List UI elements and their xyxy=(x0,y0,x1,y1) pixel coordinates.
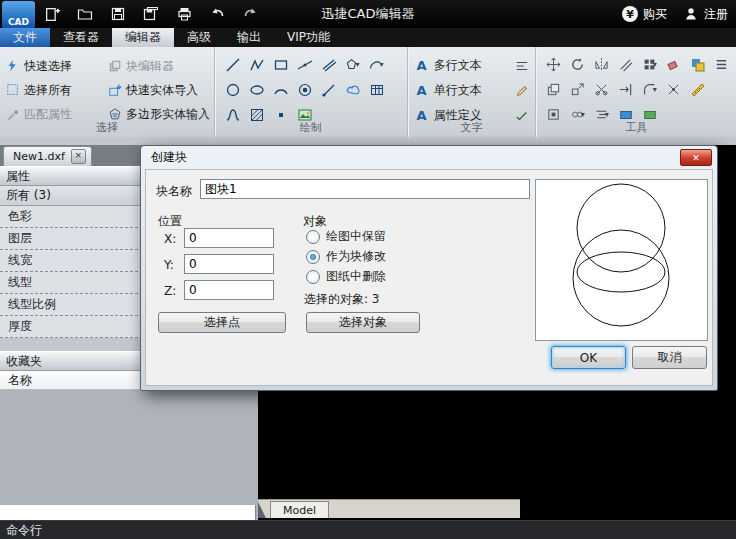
radio-convert-to-block[interactable]: 作为块修改 xyxy=(306,248,386,265)
menu-vip[interactable]: VIP功能 xyxy=(274,28,343,47)
dialog-title: 创建块 xyxy=(151,149,187,166)
tools-group-label: 工具 xyxy=(536,120,736,135)
polygon-tool-dropdown[interactable]: ▾ xyxy=(341,54,364,75)
layers-icon[interactable] xyxy=(686,54,709,75)
menu-viewer[interactable]: 查看器 xyxy=(50,28,112,47)
menu-editor[interactable]: 编辑器 xyxy=(112,28,174,47)
block-name-input[interactable] xyxy=(200,179,530,199)
open-file-button[interactable] xyxy=(73,3,97,25)
rectangle-icon[interactable] xyxy=(269,54,292,75)
command-line-bar[interactable]: 命令行 xyxy=(0,520,736,539)
yen-icon: ¥ xyxy=(622,6,638,22)
x-input[interactable] xyxy=(184,228,274,248)
register-button[interactable]: 注册 xyxy=(683,6,728,23)
app-logo-text: CAD xyxy=(8,17,29,27)
layout-strip-notch xyxy=(258,502,266,518)
arc-icon[interactable] xyxy=(269,79,292,100)
dropdown-icon: ▾ xyxy=(581,110,585,119)
ribbon-bottom-strip xyxy=(0,137,736,145)
text-align-icon[interactable] xyxy=(515,59,529,73)
dialog-close-button[interactable]: ✕ xyxy=(680,149,712,166)
ray-icon[interactable] xyxy=(317,79,340,100)
menu-file[interactable]: 文件 xyxy=(0,28,50,47)
mirror-icon[interactable] xyxy=(590,54,613,75)
offset-icon[interactable] xyxy=(614,54,637,75)
donut-icon[interactable] xyxy=(293,79,316,100)
tab-close-icon[interactable]: × xyxy=(71,149,86,164)
ok-button[interactable]: OK xyxy=(551,346,626,369)
construction-line-icon[interactable] xyxy=(293,54,316,75)
user-icon xyxy=(683,6,699,22)
document-tab[interactable]: New1.dxf × xyxy=(3,146,92,166)
polyline-icon[interactable] xyxy=(245,54,268,75)
ellipse-icon[interactable] xyxy=(245,79,268,100)
multiline-text-button[interactable]: A 多行文本 xyxy=(414,53,534,78)
close-icon: ✕ xyxy=(692,153,700,163)
menu-output[interactable]: 输出 xyxy=(224,28,274,47)
ribbon-group-text: A 多行文本 A 单行文本 A 属性定义 xyxy=(408,47,537,137)
radio-unchecked-icon xyxy=(306,230,320,244)
move-icon[interactable] xyxy=(542,54,565,75)
fillet-dropdown[interactable]: ▾ xyxy=(638,79,661,100)
favorites-list-area[interactable] xyxy=(0,505,256,520)
list-view-icon[interactable] xyxy=(710,54,733,75)
open-folder-icon xyxy=(76,6,94,22)
save-as-button[interactable] xyxy=(139,3,163,25)
model-tab[interactable]: Model xyxy=(270,501,329,518)
extend-icon[interactable] xyxy=(614,79,637,100)
redo-button[interactable] xyxy=(238,3,262,25)
menu-advanced[interactable]: 高级 xyxy=(174,28,224,47)
dialog-body: 块名称 位置 X: Y: Z: 选择点 对象 绘图中保留 xyxy=(145,169,713,386)
command-line-label: 命令行 xyxy=(6,522,42,539)
circle-icon[interactable] xyxy=(221,79,244,100)
x-label: X: xyxy=(164,232,176,246)
block-editor-button[interactable]: 块编辑器 xyxy=(106,54,216,78)
measure-icon[interactable] xyxy=(686,79,709,100)
copy-icon[interactable] xyxy=(542,79,565,100)
new-file-button[interactable] xyxy=(40,3,64,25)
selected-objects-count: 选择的对象: 3 xyxy=(304,291,380,308)
scale-icon[interactable] xyxy=(566,79,589,100)
select-all-button[interactable]: 选择所有 xyxy=(4,78,106,102)
ribbon-group-draw: ▾ ▾ 绘制 xyxy=(215,47,408,137)
trim-icon[interactable] xyxy=(590,79,613,100)
quick-select-button[interactable]: 快速选择 xyxy=(4,54,106,78)
app-window: CAD 迅捷CAD编辑器 xyxy=(0,0,736,539)
array-dropdown[interactable]: ▾ xyxy=(638,54,661,75)
save-icon xyxy=(110,6,126,22)
save-as-icon xyxy=(143,6,159,22)
save-button[interactable] xyxy=(106,3,130,25)
erase-icon[interactable] xyxy=(662,54,685,75)
selection-group-label: 选择 xyxy=(0,120,214,135)
dropdown-icon: ▾ xyxy=(605,110,609,119)
pick-point-button[interactable]: 选择点 xyxy=(158,312,286,333)
cancel-button[interactable]: 取消 xyxy=(632,346,707,369)
multiline-icon[interactable] xyxy=(317,54,340,75)
revision-cloud-icon[interactable] xyxy=(341,79,364,100)
select-objects-button[interactable]: 选择对象 xyxy=(306,312,420,333)
radio-unchecked-icon xyxy=(306,270,320,284)
y-input[interactable] xyxy=(184,254,274,274)
line-icon[interactable] xyxy=(221,54,244,75)
explode-icon[interactable] xyxy=(662,79,685,100)
titlebar: CAD 迅捷CAD编辑器 xyxy=(0,0,736,28)
singleline-text-button[interactable]: A 单行文本 xyxy=(414,78,534,103)
table-icon[interactable] xyxy=(365,79,388,100)
z-input[interactable] xyxy=(184,280,274,300)
dropdown-icon: ▾ xyxy=(355,60,359,69)
radio-delete-from-drawing[interactable]: 图纸中删除 xyxy=(306,268,386,285)
buy-button[interactable]: ¥ 购买 xyxy=(622,6,667,23)
radio-keep-in-drawing[interactable]: 绘图中保留 xyxy=(306,228,386,245)
undo-button[interactable] xyxy=(205,3,229,25)
select-all-icon xyxy=(6,83,20,97)
dialog-titlebar[interactable]: 创建块 xyxy=(141,146,717,168)
arc-tool-dropdown[interactable]: ▾ xyxy=(365,54,388,75)
quick-entity-import-button[interactable]: 快速实体导入 xyxy=(106,78,216,102)
layout-tab-strip: Model xyxy=(258,499,520,518)
quick-select-icon xyxy=(6,59,20,73)
rotate-icon[interactable] xyxy=(566,54,589,75)
print-button[interactable] xyxy=(172,3,196,25)
text-edit-icon[interactable] xyxy=(515,84,529,98)
multiline-text-icon: A xyxy=(414,58,430,73)
buy-label: 购买 xyxy=(643,6,667,23)
